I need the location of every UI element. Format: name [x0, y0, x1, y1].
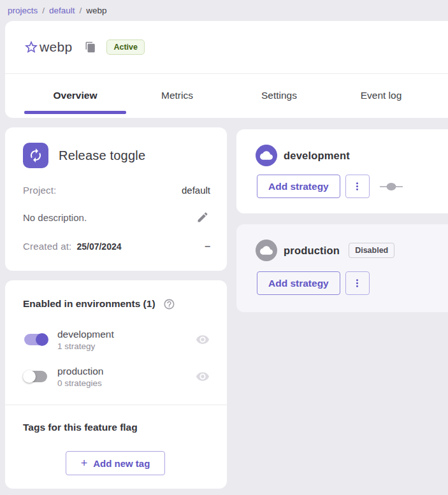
tab-metrics[interactable]: Metrics — [126, 90, 228, 101]
project-value: default — [182, 185, 210, 196]
breadcrumb-separator: / — [42, 6, 45, 15]
active-tab-indicator — [24, 111, 126, 114]
created-row: Created at: 25/07/2024 − — [23, 241, 210, 252]
description-row: No description. — [23, 210, 210, 225]
feature-type-label: Release toggle — [59, 148, 145, 163]
created-label: Created at: — [23, 241, 71, 252]
environment-card-title: production — [284, 245, 340, 257]
strategy-connector-icon — [380, 182, 403, 191]
environments-panel: Enabled in environments (1) development … — [5, 280, 227, 489]
add-strategy-button[interactable]: Add strategy — [257, 175, 340, 198]
tab-bar: Overview Metrics Settings Event log — [5, 74, 448, 117]
project-label: Project: — [23, 185, 56, 196]
section-divider — [5, 405, 227, 405]
page-title: webp — [40, 39, 72, 55]
feature-header-card: webp Active Overview Metrics Settings Ev… — [5, 21, 448, 118]
status-badge: Active — [106, 39, 145, 55]
created-value: 25/07/2024 — [76, 241, 121, 252]
feature-title-row: webp Active — [5, 21, 448, 74]
environment-card-title: development — [284, 150, 350, 162]
feature-type-header: Release toggle — [23, 143, 145, 168]
environment-name: development — [57, 329, 195, 340]
tags-section-title: Tags for this feature flag — [23, 422, 138, 433]
breadcrumb-link-projects[interactable]: projects — [8, 6, 38, 15]
breadcrumb-link-default[interactable]: default — [49, 6, 75, 15]
plus-icon: + — [81, 457, 88, 469]
breadcrumb: projects / default / webp — [0, 0, 448, 21]
visibility-eye-icon[interactable] — [195, 332, 210, 347]
environment-name: production — [57, 366, 195, 377]
add-new-tag-button[interactable]: + Add new tag — [66, 451, 165, 475]
environment-row-development: development 1 strategy — [23, 326, 210, 354]
breadcrumb-separator: / — [80, 6, 82, 15]
project-row: Project: default — [23, 185, 210, 196]
disabled-badge: Disabled — [349, 243, 394, 258]
tab-overview[interactable]: Overview — [24, 90, 126, 101]
add-new-tag-label: Add new tag — [93, 458, 150, 469]
environments-panel-title: Enabled in environments (1) — [23, 298, 155, 310]
environment-strategy-count: 1 strategy — [57, 341, 195, 351]
environment-row-production: production 0 strategies — [23, 362, 210, 391]
more-options-kebab-icon[interactable] — [345, 175, 370, 198]
edit-description-icon[interactable] — [195, 210, 210, 225]
more-options-kebab-icon[interactable] — [345, 271, 370, 295]
breadcrumb-current: webp — [86, 6, 106, 15]
copy-name-icon[interactable] — [83, 40, 98, 54]
tab-settings[interactable]: Settings — [228, 90, 330, 101]
cloud-environment-icon — [256, 145, 277, 166]
description-text: No description. — [23, 212, 87, 223]
production-environment-card: production Disabled Add strategy — [236, 224, 448, 312]
collapse-icon[interactable]: − — [205, 243, 210, 250]
development-toggle[interactable] — [23, 333, 48, 346]
visibility-eye-icon[interactable] — [195, 369, 210, 384]
favorite-star-icon[interactable] — [23, 39, 40, 55]
release-toggle-icon — [23, 143, 48, 168]
help-icon[interactable] — [163, 298, 176, 310]
development-environment-card: development Add strategy — [236, 129, 448, 213]
cloud-environment-icon — [256, 240, 277, 261]
feature-meta-card: Release toggle Project: default No descr… — [5, 127, 227, 271]
production-toggle[interactable] — [23, 370, 48, 383]
environment-strategy-count: 0 strategies — [57, 378, 195, 388]
tab-event-log[interactable]: Event log — [330, 90, 432, 101]
add-strategy-button[interactable]: Add strategy — [257, 271, 340, 295]
